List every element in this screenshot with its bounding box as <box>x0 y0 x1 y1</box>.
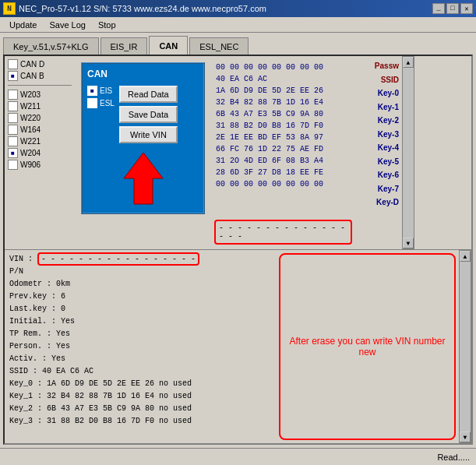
scrollbar[interactable]: ▲ ▼ <box>402 56 414 249</box>
checkbox-can-b[interactable]: CAN B <box>8 71 72 81</box>
key-label-key7: Key-7 <box>357 182 400 196</box>
checkbox-w203[interactable]: W203 <box>8 90 72 100</box>
hex-dashed-box: - - - - - - - - - - - - - - - - - <box>214 220 352 245</box>
read-data-button[interactable]: Read Data <box>119 86 178 103</box>
can-esl-checkbox-box[interactable] <box>87 98 97 108</box>
initial-row: Initial. : Yes <box>9 315 271 328</box>
close-button[interactable]: ✕ <box>460 3 473 14</box>
checkbox-w211-box[interactable] <box>8 101 18 111</box>
title-bar: N NEC_Pro-57-v1.12 S/N: 5733 www.ezs24.d… <box>0 0 476 17</box>
bottom-area: VIN : - - - - - - - - - - - - - - - - - … <box>5 249 471 443</box>
key-label-key0: Key-0 <box>357 86 400 100</box>
menu-stop[interactable]: Stop <box>92 19 122 30</box>
key-label-passw: Passw <box>357 59 400 73</box>
key-label-key4: Key-4 <box>357 141 400 155</box>
hex-row-8: 31 2O 4D ED 6F 08 B3 A4 <box>216 156 351 167</box>
checkbox-can-b-box[interactable] <box>8 71 18 81</box>
svg-marker-0 <box>124 153 163 204</box>
key-label-key5: Key-5 <box>357 155 400 169</box>
hex-row-2: 1A 6D D9 DE 5D 2E EE 26 <box>216 86 351 97</box>
checkbox-w220[interactable]: W220 <box>8 113 72 123</box>
tab-can[interactable]: CAN <box>149 36 188 55</box>
key-labels-panel: Passw SSID Key-0 Key-1 Key-2 Key-3 Key-4… <box>355 56 402 249</box>
activ-row: Activ. : Yes <box>9 353 271 365</box>
key3-row: Key_3 : 31 88 B2 D0 B8 16 7D F0 no used <box>9 415 271 428</box>
key2-row: Key_2 : 6B 43 A7 E3 5B C9 9A 80 no used <box>9 403 271 415</box>
tab-esl-nec[interactable]: ESL_NEC <box>189 37 249 55</box>
can-title: CAN <box>87 69 199 79</box>
window-controls: _ □ ✕ <box>432 3 473 14</box>
erase-message: After erase you can write VIN number new <box>287 336 448 358</box>
minimize-button[interactable]: _ <box>432 3 445 14</box>
hex-row-3: 32 B4 82 88 7B 1D 16 E4 <box>216 97 351 108</box>
can-panel: CAN EIS ESL <box>81 62 205 214</box>
checkbox-w204-box[interactable] <box>8 148 18 158</box>
hex-row-9: 28 6D 3F 27 D8 18 EE FE <box>216 167 351 178</box>
right-info-panel: After erase you can write VIN number new <box>276 250 459 443</box>
hex-row-6: 2E 1E EE BD EF 53 8A 97 <box>216 132 351 143</box>
write-vin-button[interactable]: Write VIN <box>119 126 178 143</box>
bottom-scroll-up[interactable]: ▲ <box>460 251 471 262</box>
info-area: VIN : - - - - - - - - - - - - - - - - - … <box>5 250 471 443</box>
key-label-key6: Key-6 <box>357 168 400 182</box>
checkbox-w203-box[interactable] <box>8 90 18 100</box>
vin-value: - - - - - - - - - - - - - - - - - <box>37 252 199 266</box>
can-eis-checkbox[interactable]: EIS <box>87 86 115 96</box>
scroll-up-button[interactable]: ▲ <box>403 57 414 68</box>
tprem-row: TP Rem. : Yes <box>9 328 271 340</box>
info-panel: VIN : - - - - - - - - - - - - - - - - - … <box>5 250 276 443</box>
menu-bar: Update Save Log Stop <box>0 17 476 33</box>
checkbox-w221[interactable]: W221 <box>8 136 72 146</box>
key-label-key3: Key-3 <box>357 128 400 142</box>
ssid-row: SSID : 40 EA C6 AC <box>9 365 271 378</box>
hex-row-0: 00 00 00 00 00 00 00 00 <box>216 62 351 73</box>
status-text: Read..... <box>437 453 470 462</box>
lastkey-row: Last.key : 0 <box>9 303 271 315</box>
hex-data-panel: 00 00 00 00 00 00 00 00 40 EA C6 AC 1A 6… <box>211 56 355 249</box>
bottom-scrollbar[interactable]: ▲ ▼ <box>459 250 471 443</box>
save-data-button[interactable]: Save Data <box>119 106 178 123</box>
can-esl-checkbox[interactable]: ESL <box>87 98 115 108</box>
key0-row: Key_0 : 1A 6D D9 DE 5D 2E EE 26 no used <box>9 378 271 390</box>
checkbox-w906[interactable]: W906 <box>8 160 72 170</box>
hex-row-4: 6B 43 A7 E3 5B C9 9A 80 <box>216 109 351 120</box>
checkbox-w204[interactable]: W204 <box>8 148 72 158</box>
hex-row-7: 66 FC 76 1D 22 75 AE FD <box>216 144 351 155</box>
checkbox-w164[interactable]: W164 <box>8 125 72 135</box>
content-area: CAN D CAN B W203 W211 <box>3 55 473 445</box>
tabs-row: Key_v.51,v.57+KLG EIS_IR CAN ESL_NEC <box>0 33 476 55</box>
menu-update[interactable]: Update <box>3 19 43 30</box>
pn-row: P/N <box>9 266 271 278</box>
vin-row: VIN : - - - - - - - - - - - - - - - - - <box>9 253 271 266</box>
hex-row-5: 31 88 B2 D0 B8 16 7D F0 <box>216 121 351 132</box>
can-panel-container: CAN EIS ESL <box>75 56 211 249</box>
hex-panel: 00 00 00 00 00 00 00 00 40 EA C6 AC 1A 6… <box>213 59 354 218</box>
main-content: Key_v.51,v.57+KLG EIS_IR CAN ESL_NEC CAN… <box>0 33 476 465</box>
checkbox-w164-box[interactable] <box>8 125 18 135</box>
checkbox-w906-box[interactable] <box>8 160 18 170</box>
can-eis-checkbox-box[interactable] <box>87 86 97 96</box>
person-row: Person. : Yes <box>9 340 271 353</box>
bottom-scroll-down[interactable]: ▼ <box>460 432 471 442</box>
checkbox-w211[interactable]: W211 <box>8 101 72 111</box>
key-label-ssid: SSID <box>357 73 400 87</box>
tab-key[interactable]: Key_v.51,v.57+KLG <box>3 37 99 55</box>
checkbox-can-d[interactable]: CAN D <box>8 59 72 69</box>
message-box: After erase you can write VIN number new <box>279 253 456 440</box>
checkbox-can-d-box[interactable] <box>8 59 18 69</box>
maximize-button[interactable]: □ <box>446 3 459 14</box>
prevkey-row: Prev.key : 6 <box>9 291 271 303</box>
hex-row-10: 00 00 00 00 00 00 00 00 <box>216 179 351 190</box>
key-label-key1: Key-1 <box>357 100 400 114</box>
app-icon: N <box>3 2 16 15</box>
scroll-down-button[interactable]: ▼ <box>403 238 414 248</box>
tab-eis-ir[interactable]: EIS_IR <box>100 37 148 55</box>
key1-row: Key_1 : 32 B4 82 88 7B 1D 16 E4 no used <box>9 390 271 403</box>
left-checkbox-panel: CAN D CAN B W203 W211 <box>5 56 75 249</box>
menu-save-log[interactable]: Save Log <box>43 19 91 30</box>
hex-row-1: 40 EA C6 AC <box>216 74 351 85</box>
key-label-key2: Key-2 <box>357 114 400 128</box>
checkbox-w220-box[interactable] <box>8 113 18 123</box>
key-label-keyd: Key-D <box>357 196 400 210</box>
checkbox-w221-box[interactable] <box>8 136 18 146</box>
